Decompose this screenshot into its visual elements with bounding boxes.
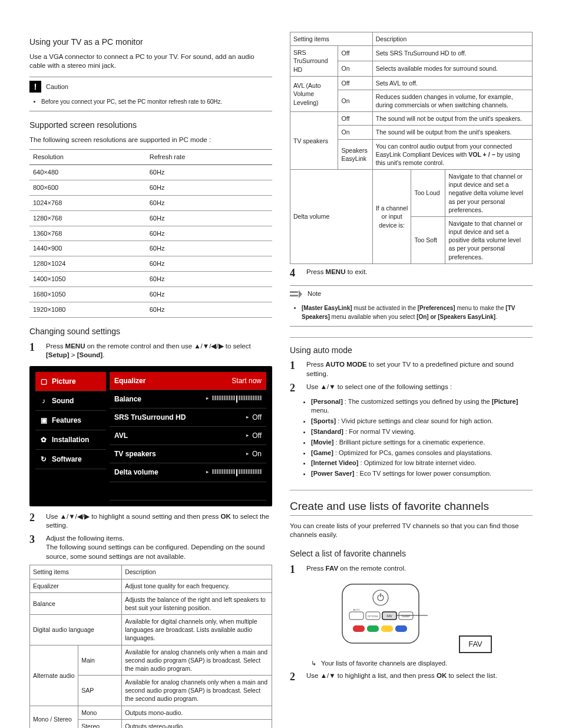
auto-option: [Personal] : The customized settings you… (311, 397, 533, 415)
auto-heading: Using auto mode (290, 337, 533, 356)
note-box: Note [Master EasyLink] must be activated… (290, 285, 533, 327)
menu-left-item: ▣Features (35, 411, 106, 430)
res-cell: 1440×900 (29, 241, 146, 256)
res-cell: 60Hz (146, 195, 272, 210)
res-cell: 60Hz (146, 302, 272, 317)
sound-step2: 2 Use ▲/▼/◀/▶ to highlight a sound setti… (29, 512, 272, 531)
res-cell: 60Hz (146, 226, 272, 241)
svg-text:FAV: FAV (387, 614, 393, 618)
resolutions-table: Resolution Refresh rate 640×48060Hz800×6… (29, 149, 272, 317)
svg-text:OPTIONS: OPTIONS (368, 615, 378, 618)
res-cell: 1920×1080 (29, 302, 146, 317)
menu-right-item: SRS TruSurround HD▸Off (110, 409, 266, 427)
caution-text: Before you connect your PC, set the PC m… (41, 97, 272, 106)
auto-option: [Sports] : Vivid picture settings and cl… (311, 417, 533, 426)
fav-sub: Select a list of favorite channels (290, 548, 533, 559)
res-cell: 60Hz (146, 241, 272, 256)
svg-rect-1 (290, 295, 298, 297)
auto-option: [Game] : Optimized for PCs, games consol… (311, 449, 533, 457)
pc-monitor-text: Use a VGA connector to connect a PC to y… (29, 52, 272, 71)
svg-rect-15 (367, 625, 379, 632)
menu-left-item: ↻Software (35, 450, 106, 469)
res-cell: 60Hz (146, 165, 272, 180)
menu-right-item: EqualizerStart now (110, 372, 266, 390)
res-cell: 60Hz (146, 180, 272, 196)
menu-left-item: ✿Installation (35, 430, 106, 450)
menu-right-item: Balance▸ (110, 390, 266, 409)
sound-heading: Changing sound settings (29, 326, 272, 337)
menu-right-item: AVL▸Off (110, 427, 266, 445)
fav-callout: FAV (459, 635, 492, 653)
res-cell: 1680×1050 (29, 286, 146, 302)
sound-step1: 1 Press MENU on the remote control and t… (29, 342, 272, 360)
fav-heading: Create and use lists of favorite channel… (290, 490, 533, 516)
sound-table-2: Setting items Description SRS TruSurroun… (290, 32, 533, 264)
remote-figure: AUTO OPTIONS FAV SLEEP FAV (290, 581, 533, 653)
resolutions-heading: Supported screen resolutions (29, 120, 272, 131)
caution-label: Caution (46, 83, 68, 91)
fav-intro: You can create lists of your preferred T… (290, 522, 533, 540)
menu-right-item: TV speakers▸On (110, 445, 266, 463)
res-cell: 1400×1050 (29, 272, 146, 287)
caution-icon: ! (29, 81, 41, 93)
resolutions-intro: The following screen resolutions are sup… (29, 136, 272, 145)
svg-text:AUTO: AUTO (353, 608, 360, 611)
auto-option: [Power Saver] : Eco TV settings for lowe… (311, 469, 533, 478)
caution-box: ! Caution Before you connect your PC, se… (29, 77, 272, 111)
note-icon (290, 289, 303, 299)
auto-options: [Personal] : The customized settings you… (311, 397, 533, 478)
res-cell: 60Hz (146, 272, 272, 287)
res-cell: 800×600 (29, 180, 146, 196)
res-col1: Resolution (29, 150, 146, 165)
svg-rect-17 (395, 625, 407, 632)
svg-rect-14 (353, 625, 365, 632)
sound-table-1: Setting items Description EqualizerAdjus… (29, 565, 272, 728)
sound-step3: 3 Adjust the following items.The followi… (29, 534, 272, 562)
res-cell: 1360×768 (29, 226, 146, 241)
svg-rect-0 (290, 291, 298, 293)
note-label: Note (308, 289, 321, 298)
menu-left-item: ♪Sound (35, 391, 106, 411)
step4: 4 Press MENU to exit. (290, 268, 533, 279)
note-text: [Master EasyLink] must be activated in t… (302, 304, 533, 321)
pc-monitor-heading: Using your TV as a PC monitor (29, 37, 272, 48)
res-cell: 1280×1024 (29, 256, 146, 272)
res-cell: 1280×768 (29, 210, 146, 226)
svg-rect-16 (381, 625, 393, 632)
auto-option: [Standard] : For normal TV viewing. (311, 427, 533, 436)
res-col2: Refresh rate (146, 150, 272, 165)
fav-result: ↳Your lists of favorite channels are dis… (311, 659, 533, 668)
res-cell: 60Hz (146, 286, 272, 302)
auto-option: [Internet Video] : Optimized for low bit… (311, 459, 533, 467)
res-cell: 640×480 (29, 165, 146, 180)
menu-left-item: ▢Picture (35, 372, 106, 391)
menu-right-item: Delta volume▸ (110, 463, 266, 482)
res-cell: 60Hz (146, 256, 272, 272)
res-cell: 1024×768 (29, 195, 146, 210)
sound-menu-figure: ▢Picture♪Sound▣Features✿Installation↻Sof… (29, 366, 272, 506)
auto-option: [Movie] : Brilliant picture settings for… (311, 438, 533, 447)
res-cell: 60Hz (146, 210, 272, 226)
